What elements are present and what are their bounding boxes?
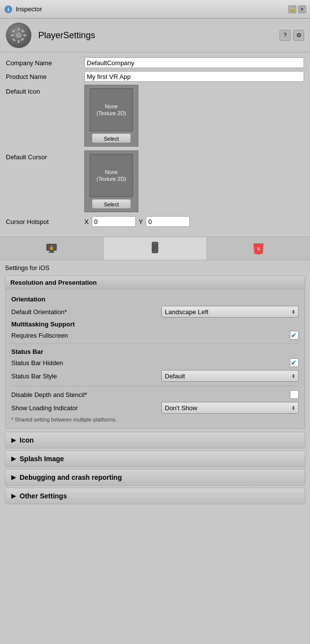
product-name-input[interactable] (84, 71, 304, 82)
status-bar-style-row: Status Bar Style Default ⬍ (11, 370, 299, 382)
requires-fullscreen-label: Requires Fullscreen (11, 332, 290, 339)
default-icon-select-button[interactable]: Select (92, 133, 131, 143)
status-bar-dropdown-arrow-icon: ⬍ (291, 373, 295, 379)
show-loading-value: Don't Show (165, 404, 197, 412)
splash-image-section: ▶ Splash Image (5, 450, 305, 467)
status-bar-title: Status Bar (11, 348, 299, 355)
requires-fullscreen-checkbox[interactable] (290, 331, 299, 340)
status-bar-hidden-checkbox[interactable] (290, 358, 299, 367)
svg-rect-4 (18, 40, 20, 43)
resolution-title: Resolution and Presentation (10, 279, 97, 286)
company-name-label: Company Name (6, 59, 84, 67)
y-label: Y (139, 218, 143, 225)
product-name-row: Product Name (6, 71, 304, 82)
svg-text:i: i (7, 6, 9, 12)
default-cursor-none: None (105, 169, 118, 175)
divider-1 (11, 344, 299, 344)
title-bar-controls: 🔒 ≡ (288, 5, 306, 13)
title-bar: i Inspector 🔒 ≡ (0, 0, 310, 19)
resolution-panel: Resolution and Presentation Orientation … (5, 275, 305, 429)
platform-tabs: 5 (0, 237, 310, 260)
svg-point-17 (155, 251, 155, 252)
disable-depth-control (290, 390, 299, 399)
svg-rect-10 (21, 29, 25, 33)
default-icon-none: None (105, 103, 118, 110)
splash-image-section-header[interactable]: ▶ Splash Image (5, 451, 305, 467)
resolution-body: Orientation Default Orientation* Landsca… (5, 290, 305, 428)
debugging-arrow-icon: ▶ (11, 474, 16, 481)
header-icons: ? ⚙ (280, 30, 304, 41)
cursor-hotspot-label: Cursor Hotspot (6, 218, 84, 225)
settings-button[interactable]: ⚙ (293, 30, 304, 41)
default-orientation-label: Default Orientation* (11, 308, 161, 316)
default-icon-label: Default Icon (6, 85, 84, 95)
status-bar-style-control: Default ⬍ (161, 370, 299, 382)
disable-depth-checkbox[interactable] (290, 390, 299, 399)
svg-text:5: 5 (257, 247, 259, 251)
svg-rect-6 (23, 34, 26, 36)
company-name-row: Company Name (6, 57, 304, 68)
other-settings-section: ▶ Other Settings (5, 488, 305, 504)
multitasking-title: Multitasking Support (11, 321, 299, 328)
title-bar-label: Inspector (16, 5, 42, 13)
default-cursor-label: Default Cursor (6, 150, 84, 161)
hotspot-y-input[interactable] (146, 216, 190, 227)
lock-button[interactable]: 🔒 (288, 5, 296, 13)
status-bar-style-label: Status Bar Style (11, 372, 161, 380)
dropdown-arrow-icon: ⬍ (291, 309, 295, 315)
header-area: PlayerSettings ? ⚙ (0, 19, 310, 52)
show-loading-dropdown[interactable]: Don't Show ⬍ (161, 402, 299, 414)
tab-desktop[interactable] (0, 237, 103, 260)
debugging-section-header[interactable]: ▶ Debugging and crash reporting (5, 470, 305, 485)
company-name-input[interactable] (84, 57, 304, 68)
header-title: PlayerSettings (38, 30, 95, 41)
svg-rect-16 (154, 243, 156, 244)
resolution-header[interactable]: Resolution and Presentation (5, 276, 305, 290)
show-loading-label: Show Loading Indicator (11, 404, 161, 412)
other-settings-section-label: Other Settings (20, 492, 67, 500)
svg-point-2 (15, 32, 22, 39)
other-settings-section-header[interactable]: ▶ Other Settings (5, 488, 305, 504)
default-cursor-select-button[interactable]: Select (92, 199, 131, 209)
hotspot-fields: X Y (84, 216, 190, 227)
divider-2 (11, 386, 299, 386)
default-icon-preview: None (Texture 2D) (90, 88, 133, 131)
icon-arrow-icon: ▶ (11, 437, 16, 444)
svg-rect-13 (49, 252, 54, 253)
settings-label: Settings for iOS (5, 264, 305, 272)
tab-html5[interactable]: 5 (207, 237, 310, 260)
status-bar-style-value: Default (165, 372, 185, 380)
status-bar-hidden-row: Status Bar Hidden (11, 358, 299, 367)
svg-rect-3 (18, 27, 20, 31)
icon-section: ▶ Icon (5, 432, 305, 448)
help-button[interactable]: ? (280, 30, 290, 41)
default-orientation-control: Landscape Left ⬍ (161, 306, 299, 318)
hotspot-x-input[interactable] (92, 216, 136, 227)
splash-image-section-label: Splash Image (20, 455, 64, 463)
form-area: Company Name Product Name Default Icon N… (0, 52, 310, 237)
requires-fullscreen-control (290, 331, 299, 340)
menu-button[interactable]: ≡ (298, 5, 306, 13)
svg-rect-5 (11, 34, 14, 36)
other-arrow-icon: ▶ (11, 493, 16, 499)
status-bar-hidden-control (290, 358, 299, 367)
show-loading-control: Don't Show ⬍ (161, 402, 299, 414)
default-cursor-box: None (Texture 2D) Select (84, 150, 138, 212)
tab-ios[interactable] (103, 237, 207, 260)
icon-section-header[interactable]: ▶ Icon (5, 432, 305, 448)
default-orientation-dropdown[interactable]: Landscape Left ⬍ (161, 306, 299, 318)
svg-rect-12 (50, 250, 53, 252)
disable-depth-row: Disable Depth and Stencil* (11, 390, 299, 399)
icon-section-label: Icon (20, 436, 34, 444)
debugging-section: ▶ Debugging and crash reporting (5, 469, 305, 486)
player-settings-icon (6, 23, 31, 48)
settings-area: Settings for iOS Resolution and Presenta… (0, 260, 310, 510)
cursor-hotspot-row: Cursor Hotspot X Y (6, 216, 304, 227)
debugging-section-label: Debugging and crash reporting (20, 473, 122, 481)
svg-rect-9 (12, 38, 16, 42)
default-icon-texture: (Texture 2D) (97, 110, 127, 117)
default-orientation-row: Default Orientation* Landscape Left ⬍ (11, 306, 299, 318)
status-bar-style-dropdown[interactable]: Default ⬍ (161, 370, 299, 382)
default-cursor-row: Default Cursor None (Texture 2D) Select (6, 150, 304, 212)
default-icon-row: Default Icon None (Texture 2D) Select (6, 85, 304, 147)
